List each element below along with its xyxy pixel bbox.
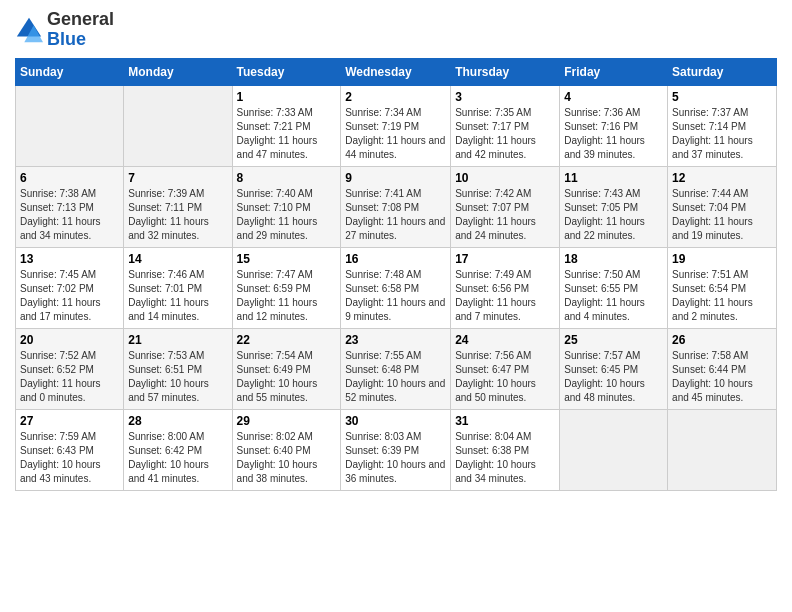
calendar-cell (668, 409, 777, 490)
header-row: SundayMondayTuesdayWednesdayThursdayFrid… (16, 58, 777, 85)
day-info: Sunrise: 7:51 AMSunset: 6:54 PMDaylight:… (672, 268, 772, 324)
calendar-cell: 10Sunrise: 7:42 AMSunset: 7:07 PMDayligh… (451, 166, 560, 247)
day-number: 25 (564, 333, 663, 347)
logo: General Blue (15, 10, 114, 50)
day-number: 7 (128, 171, 227, 185)
day-info: Sunrise: 7:46 AMSunset: 7:01 PMDaylight:… (128, 268, 227, 324)
calendar-cell: 22Sunrise: 7:54 AMSunset: 6:49 PMDayligh… (232, 328, 341, 409)
calendar-cell (560, 409, 668, 490)
calendar-cell: 16Sunrise: 7:48 AMSunset: 6:58 PMDayligh… (341, 247, 451, 328)
day-info: Sunrise: 8:02 AMSunset: 6:40 PMDaylight:… (237, 430, 337, 486)
calendar-cell: 26Sunrise: 7:58 AMSunset: 6:44 PMDayligh… (668, 328, 777, 409)
calendar-cell: 17Sunrise: 7:49 AMSunset: 6:56 PMDayligh… (451, 247, 560, 328)
day-info: Sunrise: 7:52 AMSunset: 6:52 PMDaylight:… (20, 349, 119, 405)
calendar-week-row: 20Sunrise: 7:52 AMSunset: 6:52 PMDayligh… (16, 328, 777, 409)
day-info: Sunrise: 7:35 AMSunset: 7:17 PMDaylight:… (455, 106, 555, 162)
calendar-week-row: 13Sunrise: 7:45 AMSunset: 7:02 PMDayligh… (16, 247, 777, 328)
calendar-cell: 28Sunrise: 8:00 AMSunset: 6:42 PMDayligh… (124, 409, 232, 490)
calendar-cell: 27Sunrise: 7:59 AMSunset: 6:43 PMDayligh… (16, 409, 124, 490)
day-number: 8 (237, 171, 337, 185)
calendar-cell: 5Sunrise: 7:37 AMSunset: 7:14 PMDaylight… (668, 85, 777, 166)
weekday-header: Thursday (451, 58, 560, 85)
calendar-cell: 24Sunrise: 7:56 AMSunset: 6:47 PMDayligh… (451, 328, 560, 409)
calendar-table: SundayMondayTuesdayWednesdayThursdayFrid… (15, 58, 777, 491)
calendar-cell: 23Sunrise: 7:55 AMSunset: 6:48 PMDayligh… (341, 328, 451, 409)
day-number: 9 (345, 171, 446, 185)
calendar-cell: 14Sunrise: 7:46 AMSunset: 7:01 PMDayligh… (124, 247, 232, 328)
day-info: Sunrise: 7:58 AMSunset: 6:44 PMDaylight:… (672, 349, 772, 405)
calendar-cell: 21Sunrise: 7:53 AMSunset: 6:51 PMDayligh… (124, 328, 232, 409)
day-info: Sunrise: 8:00 AMSunset: 6:42 PMDaylight:… (128, 430, 227, 486)
calendar-week-row: 6Sunrise: 7:38 AMSunset: 7:13 PMDaylight… (16, 166, 777, 247)
weekday-header: Friday (560, 58, 668, 85)
calendar-cell: 29Sunrise: 8:02 AMSunset: 6:40 PMDayligh… (232, 409, 341, 490)
calendar-week-row: 27Sunrise: 7:59 AMSunset: 6:43 PMDayligh… (16, 409, 777, 490)
day-info: Sunrise: 7:44 AMSunset: 7:04 PMDaylight:… (672, 187, 772, 243)
day-number: 5 (672, 90, 772, 104)
day-number: 6 (20, 171, 119, 185)
day-number: 1 (237, 90, 337, 104)
day-number: 28 (128, 414, 227, 428)
day-number: 12 (672, 171, 772, 185)
day-info: Sunrise: 7:39 AMSunset: 7:11 PMDaylight:… (128, 187, 227, 243)
day-number: 20 (20, 333, 119, 347)
calendar-cell (16, 85, 124, 166)
day-number: 2 (345, 90, 446, 104)
calendar-cell: 25Sunrise: 7:57 AMSunset: 6:45 PMDayligh… (560, 328, 668, 409)
weekday-header: Monday (124, 58, 232, 85)
day-number: 11 (564, 171, 663, 185)
day-number: 3 (455, 90, 555, 104)
day-number: 13 (20, 252, 119, 266)
day-number: 21 (128, 333, 227, 347)
day-info: Sunrise: 7:38 AMSunset: 7:13 PMDaylight:… (20, 187, 119, 243)
calendar-cell: 6Sunrise: 7:38 AMSunset: 7:13 PMDaylight… (16, 166, 124, 247)
day-info: Sunrise: 7:45 AMSunset: 7:02 PMDaylight:… (20, 268, 119, 324)
calendar-cell: 15Sunrise: 7:47 AMSunset: 6:59 PMDayligh… (232, 247, 341, 328)
day-info: Sunrise: 7:53 AMSunset: 6:51 PMDaylight:… (128, 349, 227, 405)
day-info: Sunrise: 7:47 AMSunset: 6:59 PMDaylight:… (237, 268, 337, 324)
day-number: 23 (345, 333, 446, 347)
day-info: Sunrise: 7:33 AMSunset: 7:21 PMDaylight:… (237, 106, 337, 162)
logo-blue-text: Blue (47, 29, 86, 49)
calendar-cell: 11Sunrise: 7:43 AMSunset: 7:05 PMDayligh… (560, 166, 668, 247)
calendar-cell (124, 85, 232, 166)
day-number: 19 (672, 252, 772, 266)
weekday-header: Saturday (668, 58, 777, 85)
day-info: Sunrise: 7:59 AMSunset: 6:43 PMDaylight:… (20, 430, 119, 486)
calendar-cell: 13Sunrise: 7:45 AMSunset: 7:02 PMDayligh… (16, 247, 124, 328)
day-info: Sunrise: 7:34 AMSunset: 7:19 PMDaylight:… (345, 106, 446, 162)
day-info: Sunrise: 7:57 AMSunset: 6:45 PMDaylight:… (564, 349, 663, 405)
weekday-header: Tuesday (232, 58, 341, 85)
calendar-cell: 19Sunrise: 7:51 AMSunset: 6:54 PMDayligh… (668, 247, 777, 328)
calendar-cell: 20Sunrise: 7:52 AMSunset: 6:52 PMDayligh… (16, 328, 124, 409)
day-number: 10 (455, 171, 555, 185)
calendar-cell: 2Sunrise: 7:34 AMSunset: 7:19 PMDaylight… (341, 85, 451, 166)
calendar-cell: 3Sunrise: 7:35 AMSunset: 7:17 PMDaylight… (451, 85, 560, 166)
calendar-header: SundayMondayTuesdayWednesdayThursdayFrid… (16, 58, 777, 85)
calendar-cell: 30Sunrise: 8:03 AMSunset: 6:39 PMDayligh… (341, 409, 451, 490)
day-number: 16 (345, 252, 446, 266)
calendar-body: 1Sunrise: 7:33 AMSunset: 7:21 PMDaylight… (16, 85, 777, 490)
day-number: 22 (237, 333, 337, 347)
calendar-cell: 1Sunrise: 7:33 AMSunset: 7:21 PMDaylight… (232, 85, 341, 166)
day-info: Sunrise: 7:48 AMSunset: 6:58 PMDaylight:… (345, 268, 446, 324)
day-number: 18 (564, 252, 663, 266)
calendar-cell: 12Sunrise: 7:44 AMSunset: 7:04 PMDayligh… (668, 166, 777, 247)
day-number: 30 (345, 414, 446, 428)
day-number: 27 (20, 414, 119, 428)
calendar-cell: 9Sunrise: 7:41 AMSunset: 7:08 PMDaylight… (341, 166, 451, 247)
day-number: 26 (672, 333, 772, 347)
logo-general-text: General (47, 9, 114, 29)
day-number: 31 (455, 414, 555, 428)
day-number: 15 (237, 252, 337, 266)
day-number: 24 (455, 333, 555, 347)
day-info: Sunrise: 7:36 AMSunset: 7:16 PMDaylight:… (564, 106, 663, 162)
day-info: Sunrise: 7:56 AMSunset: 6:47 PMDaylight:… (455, 349, 555, 405)
calendar-cell: 7Sunrise: 7:39 AMSunset: 7:11 PMDaylight… (124, 166, 232, 247)
day-info: Sunrise: 7:50 AMSunset: 6:55 PMDaylight:… (564, 268, 663, 324)
weekday-header: Sunday (16, 58, 124, 85)
day-number: 14 (128, 252, 227, 266)
day-info: Sunrise: 7:42 AMSunset: 7:07 PMDaylight:… (455, 187, 555, 243)
calendar-cell: 4Sunrise: 7:36 AMSunset: 7:16 PMDaylight… (560, 85, 668, 166)
day-number: 29 (237, 414, 337, 428)
